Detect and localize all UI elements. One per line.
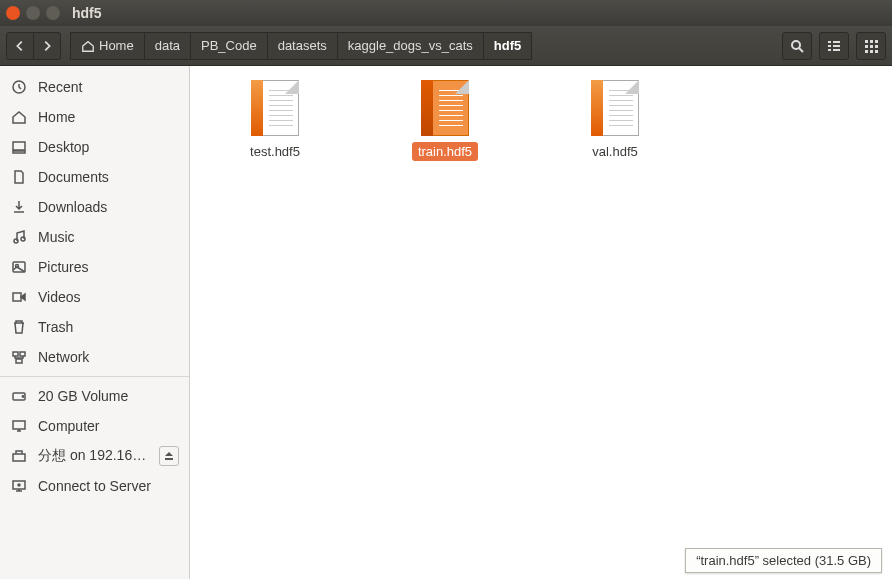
svg-rect-3 [828, 45, 831, 47]
window-buttons [6, 6, 60, 20]
breadcrumb-label: data [155, 38, 180, 53]
desktop-icon [10, 138, 28, 156]
breadcrumb-item-hdf5[interactable]: hdf5 [483, 32, 532, 60]
svg-rect-10 [865, 45, 868, 48]
sidebar-item-label: Home [38, 109, 179, 125]
sidebar-item-label: Videos [38, 289, 179, 305]
sidebar-item-pictures[interactable]: Pictures [0, 252, 189, 282]
sidebar-item-recent[interactable]: Recent [0, 72, 189, 102]
videos-icon [10, 288, 28, 306]
sidebar-item-videos[interactable]: Videos [0, 282, 189, 312]
svg-rect-5 [828, 49, 831, 51]
svg-point-28 [22, 396, 23, 397]
svg-point-0 [792, 41, 800, 49]
svg-rect-17 [13, 142, 25, 150]
maximize-icon[interactable] [46, 6, 60, 20]
toolbar: HomedataPB_Codedatasetskaggle_dogs_vs_ca… [0, 26, 892, 66]
sidebar-item-label: 分想 on 192.16… [38, 447, 149, 465]
svg-rect-8 [870, 40, 873, 43]
svg-point-19 [14, 239, 18, 243]
sidebar-item-label: Computer [38, 418, 179, 434]
file-item[interactable]: test.hdf5 [220, 80, 330, 161]
sidebar-item-connect[interactable]: Connect to Server [0, 471, 189, 501]
remote-icon [10, 447, 28, 465]
svg-rect-25 [20, 352, 25, 356]
breadcrumb-item-data[interactable]: data [144, 32, 191, 60]
file-item[interactable]: val.hdf5 [560, 80, 670, 161]
breadcrumb-item-kaggle_dogs_vs_cats[interactable]: kaggle_dogs_vs_cats [337, 32, 484, 60]
breadcrumb-item-datasets[interactable]: datasets [267, 32, 338, 60]
file-icon [251, 80, 299, 136]
svg-rect-18 [13, 151, 25, 153]
list-view-button[interactable] [819, 32, 849, 60]
sidebar-item-home[interactable]: Home [0, 102, 189, 132]
back-button[interactable] [6, 32, 34, 60]
breadcrumb-label: kaggle_dogs_vs_cats [348, 38, 473, 53]
svg-point-32 [18, 484, 20, 486]
breadcrumb: HomedataPB_Codedatasetskaggle_dogs_vs_ca… [71, 32, 532, 60]
sidebar-item-computer[interactable]: Computer [0, 411, 189, 441]
file-label: train.hdf5 [412, 142, 478, 161]
sidebar-item-label: Desktop [38, 139, 179, 155]
svg-rect-15 [875, 50, 878, 53]
svg-rect-30 [13, 454, 25, 461]
sidebar-item-network[interactable]: Network [0, 342, 189, 372]
svg-rect-4 [833, 45, 840, 47]
file-label: val.hdf5 [586, 142, 644, 161]
breadcrumb-item-home[interactable]: Home [70, 32, 145, 60]
sidebar-item-label: Connect to Server [38, 478, 179, 494]
svg-rect-24 [13, 352, 18, 356]
breadcrumb-label: Home [99, 38, 134, 53]
status-tooltip: “train.hdf5” selected (31.5 GB) [685, 548, 882, 573]
svg-rect-2 [833, 41, 840, 43]
breadcrumb-label: datasets [278, 38, 327, 53]
svg-rect-6 [833, 49, 840, 51]
network-icon [10, 348, 28, 366]
svg-rect-29 [13, 421, 25, 429]
grid-view-button[interactable] [856, 32, 886, 60]
sidebar-item-downloads[interactable]: Downloads [0, 192, 189, 222]
sidebar-item-documents[interactable]: Documents [0, 162, 189, 192]
svg-rect-7 [865, 40, 868, 43]
connect-icon [10, 477, 28, 495]
forward-button[interactable] [33, 32, 61, 60]
breadcrumb-item-pb_code[interactable]: PB_Code [190, 32, 268, 60]
sidebar-item-label: Downloads [38, 199, 179, 215]
close-icon[interactable] [6, 6, 20, 20]
file-item[interactable]: train.hdf5 [390, 80, 500, 161]
breadcrumb-label: hdf5 [494, 38, 521, 53]
sidebar-item-label: Documents [38, 169, 179, 185]
window-title: hdf5 [72, 5, 102, 21]
sidebar-item-trash[interactable]: Trash [0, 312, 189, 342]
svg-rect-11 [870, 45, 873, 48]
music-icon [10, 228, 28, 246]
documents-icon [10, 168, 28, 186]
svg-rect-12 [875, 45, 878, 48]
pictures-icon [10, 258, 28, 276]
search-button[interactable] [782, 32, 812, 60]
file-icon [591, 80, 639, 136]
sidebar-item-label: Trash [38, 319, 179, 335]
sidebar-item-desktop[interactable]: Desktop [0, 132, 189, 162]
file-icon [421, 80, 469, 136]
breadcrumb-label: PB_Code [201, 38, 257, 53]
computer-icon [10, 417, 28, 435]
sidebar-item-music[interactable]: Music [0, 222, 189, 252]
eject-button[interactable] [159, 446, 179, 466]
sidebar-item-drive[interactable]: 20 GB Volume [0, 381, 189, 411]
main-pane: test.hdf5train.hdf5val.hdf5 “train.hdf5”… [190, 66, 892, 579]
drive-icon [10, 387, 28, 405]
svg-rect-14 [870, 50, 873, 53]
sidebar-item-label: Network [38, 349, 179, 365]
sidebar: RecentHomeDesktopDocumentsDownloadsMusic… [0, 66, 190, 579]
trash-icon [10, 318, 28, 336]
svg-rect-13 [865, 50, 868, 53]
file-grid: test.hdf5train.hdf5val.hdf5 [190, 66, 892, 579]
recent-icon [10, 78, 28, 96]
home-icon [10, 108, 28, 126]
sidebar-item-label: Music [38, 229, 179, 245]
minimize-icon[interactable] [26, 6, 40, 20]
sidebar-item-remote[interactable]: 分想 on 192.16… [0, 441, 189, 471]
sidebar-item-label: Recent [38, 79, 179, 95]
sidebar-item-label: 20 GB Volume [38, 388, 179, 404]
